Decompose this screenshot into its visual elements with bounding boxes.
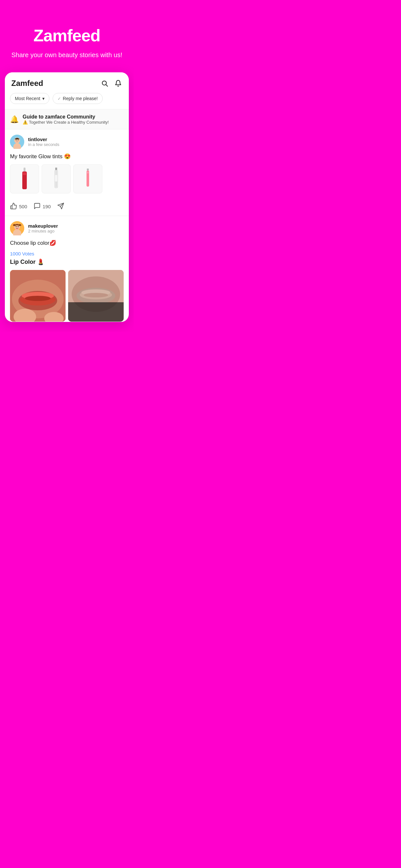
comment-count: 190 <box>42 204 51 209</box>
share-button[interactable] <box>57 203 64 211</box>
product-3 <box>73 164 102 193</box>
product-1 <box>10 164 39 193</box>
post-2-content: Choose lip color💋 <box>10 239 124 247</box>
header-icons <box>100 79 122 88</box>
hero-subtitle: Share your own beauty stories with us! <box>11 51 122 59</box>
post-1-meta: tintlover in a few seconds <box>28 136 59 147</box>
check-icon: ✓ <box>58 96 61 101</box>
like-count: 500 <box>19 204 27 209</box>
post-2: makeuplover 2 minutes ago Choose lip col… <box>5 216 129 322</box>
svg-point-34 <box>25 296 51 301</box>
svg-point-25 <box>16 226 17 227</box>
svg-point-26 <box>18 226 19 227</box>
svg-point-7 <box>18 140 19 141</box>
poll-title: Lip Color 💄 <box>10 258 124 266</box>
app-header: Zamfeed <box>5 72 129 93</box>
hero-title: Zamfeed <box>34 26 100 45</box>
post-1: tintlover in a few seconds My favorite G… <box>5 129 129 216</box>
post-2-header: makeuplover 2 minutes ago <box>10 221 124 236</box>
lip-option-2[interactable] <box>68 270 124 321</box>
app-logo: Zamfeed <box>11 79 43 88</box>
sort-label: Most Recent <box>15 96 40 101</box>
svg-rect-10 <box>23 173 26 175</box>
tag-filter[interactable]: ✓ Reply me please! <box>53 93 103 104</box>
avatar-tintlover <box>10 135 24 149</box>
svg-rect-11 <box>55 167 57 170</box>
announcement-subtitle: ⚠️ Together We Create a Healthy Communit… <box>23 120 109 125</box>
sort-filter[interactable]: Most Recent ▾ <box>10 93 50 104</box>
comment-button[interactable]: 190 <box>34 203 51 211</box>
lip-poll-images <box>10 270 124 321</box>
svg-rect-8 <box>24 167 26 172</box>
svg-rect-15 <box>87 168 89 170</box>
svg-point-28 <box>18 227 19 228</box>
svg-point-23 <box>13 224 16 226</box>
post-2-username: makeuplover <box>28 223 58 228</box>
post-1-username: tintlover <box>28 136 59 142</box>
filter-bar: Most Recent ▾ ✓ Reply me please! <box>5 93 129 109</box>
search-button[interactable] <box>100 79 109 88</box>
svg-rect-17 <box>87 172 89 174</box>
votes-count: 1000 Votes <box>10 251 124 256</box>
svg-rect-14 <box>55 175 58 182</box>
product-2 <box>42 164 71 193</box>
post-1-actions: 500 190 <box>10 198 124 216</box>
svg-point-27 <box>15 227 16 228</box>
product-images <box>10 164 124 193</box>
svg-rect-43 <box>68 302 124 321</box>
announcement-title: Guide to zamface Community <box>23 114 109 120</box>
avatar-makeuplover <box>10 221 24 236</box>
notification-button[interactable] <box>114 79 122 88</box>
chevron-down-icon: ▾ <box>42 96 44 101</box>
thumbs-up-icon <box>10 203 17 211</box>
like-button[interactable]: 500 <box>10 203 27 211</box>
hero-section: Zamfeed Share your own beauty stories wi… <box>0 0 134 72</box>
announcement-content: Guide to zamface Community ⚠️ Together W… <box>23 114 109 125</box>
post-2-time: 2 minutes ago <box>28 228 58 234</box>
lip-option-1[interactable] <box>10 270 66 321</box>
post-1-time: in a few seconds <box>28 142 59 147</box>
main-card: Zamfeed Most Recent ▾ ✓ Reply me <box>5 72 129 322</box>
tag-label: Reply me please! <box>63 96 98 101</box>
share-icon <box>57 203 64 211</box>
announcement-bar: 🔔 Guide to zamface Community ⚠️ Together… <box>5 109 129 129</box>
bell-icon: 🔔 <box>10 115 19 124</box>
post-1-content: My favorite Glow tints 😍 <box>10 153 124 160</box>
comment-icon <box>34 203 41 211</box>
post-1-header: tintlover in a few seconds <box>10 135 124 149</box>
svg-point-6 <box>16 140 17 141</box>
post-2-meta: makeuplover 2 minutes ago <box>28 223 58 234</box>
svg-point-42 <box>84 293 108 298</box>
svg-line-1 <box>106 85 107 86</box>
svg-point-24 <box>18 224 21 226</box>
